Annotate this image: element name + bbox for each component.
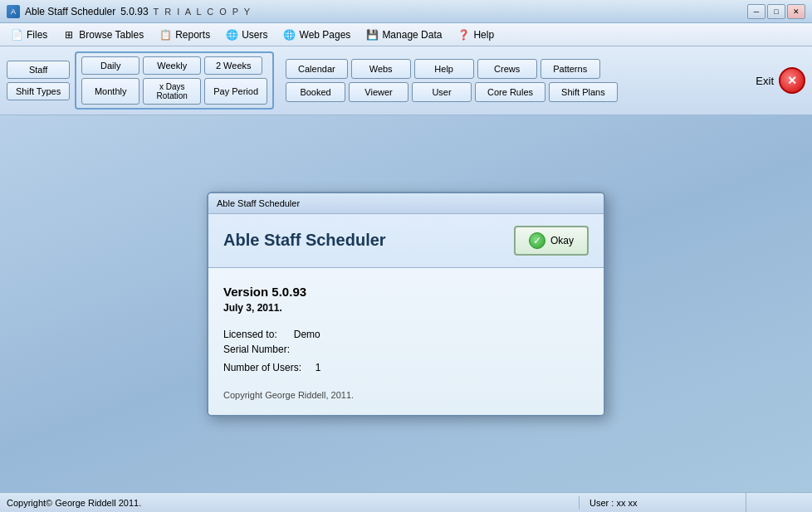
help-button[interactable]: Help — [414, 59, 474, 79]
date-text: July 3, 2011. — [223, 302, 589, 314]
num-users-row: Number of Users: 1 — [223, 362, 589, 373]
browse-tables-icon: ⊞ — [62, 28, 76, 41]
okay-button[interactable]: ✓ Okay — [514, 226, 589, 256]
exit-area: Exit ✕ — [756, 67, 805, 94]
title-bar-app-name: Able Staff Scheduler — [25, 6, 115, 17]
check-icon: ✓ — [529, 232, 545, 249]
schedule-group: Daily Weekly 2 Weeks Monthly x Days Rota… — [75, 51, 274, 110]
menu-web-pages[interactable]: 🌐 Web Pages — [276, 26, 358, 44]
menu-manage-data-label: Manage Data — [382, 29, 442, 41]
minimize-button[interactable]: ─ — [747, 4, 766, 19]
num-users-value: 1 — [316, 362, 321, 373]
menu-browse-tables[interactable]: ⊞ Browse Tables — [56, 26, 150, 44]
help-menu-icon: ❓ — [457, 28, 470, 41]
main-content: Able Staff Scheduler Able Staff Schedule… — [0, 115, 812, 492]
menu-files[interactable]: 📄 Files — [3, 26, 54, 44]
menu-help-label: Help — [473, 29, 494, 41]
exit-button[interactable]: ✕ — [779, 67, 805, 94]
status-end — [746, 493, 812, 512]
okay-label: Okay — [550, 235, 574, 246]
copyright-text: Copyright George Riddell, 2011. — [223, 390, 589, 400]
viewer-button[interactable]: Viewer — [349, 82, 408, 102]
manage-data-icon: 💾 — [365, 28, 379, 41]
shift-plans-button[interactable]: Shift Plans — [549, 82, 618, 102]
restore-button[interactable]: □ — [767, 4, 785, 19]
app-icon: A — [7, 5, 20, 18]
licensed-to-label: Licensed to: — [223, 329, 277, 340]
schedule-row-1: Daily Weekly 2 Weeks — [81, 56, 267, 75]
action-row-1: Calendar Webs Help Crews Patterns — [286, 59, 618, 79]
menu-help[interactable]: ❓ Help — [450, 26, 501, 44]
daily-button[interactable]: Daily — [81, 56, 139, 75]
num-users-label: Number of Users: — [223, 362, 301, 373]
menu-reports-label: Reports — [175, 29, 210, 41]
modal-overlay: Able Staff Scheduler Able Staff Schedule… — [0, 115, 812, 492]
menu-web-pages-label: Web Pages — [300, 29, 351, 41]
reports-icon: 📋 — [159, 28, 172, 41]
toolbar-left: Staff Shift Types — [7, 61, 70, 100]
shift-types-button[interactable]: Shift Types — [7, 82, 70, 100]
toolbar-right: Calendar Webs Help Crews Patterns Booked… — [286, 59, 618, 102]
user-button[interactable]: User — [412, 82, 472, 102]
modal-title-bar: Able Staff Scheduler — [208, 193, 604, 214]
x-days-rotation-button[interactable]: x Days Rotation — [143, 78, 201, 105]
title-bar: A Able Staff Scheduler 5.0.93 T R I A L … — [0, 0, 812, 23]
core-rules-button[interactable]: Core Rules — [475, 82, 545, 102]
status-user: User : xx xx — [580, 498, 746, 508]
modal-title-text: Able Staff Scheduler — [217, 198, 300, 208]
licensed-to-value: Demo — [294, 329, 320, 340]
modal-header-title: Able Staff Scheduler — [223, 231, 386, 250]
serial-number-row: Serial Number: — [223, 344, 589, 355]
version-text: Version 5.0.93 — [223, 285, 589, 299]
menu-manage-data[interactable]: 💾 Manage Data — [359, 26, 448, 44]
title-bar-controls: ─ □ ✕ — [747, 4, 805, 19]
menu-browse-tables-label: Browse Tables — [79, 29, 144, 41]
menu-users-label: Users — [242, 29, 267, 41]
licensed-to-row: Licensed to: Demo — [223, 329, 589, 340]
web-pages-icon: 🌐 — [283, 28, 296, 41]
schedule-row-2: Monthly x Days Rotation Pay Period — [81, 78, 267, 105]
title-bar-version: 5.0.93 — [120, 6, 148, 17]
users-icon: 🌐 — [225, 28, 238, 41]
modal-body: Version 5.0.93 July 3, 2011. Licensed to… — [208, 268, 604, 415]
files-icon: 📄 — [10, 28, 23, 41]
modal-header: Able Staff Scheduler ✓ Okay — [208, 214, 604, 268]
menu-files-label: Files — [27, 29, 47, 41]
weekly-button[interactable]: Weekly — [143, 56, 201, 75]
webs-button[interactable]: Webs — [351, 59, 411, 79]
2-weeks-button[interactable]: 2 Weeks — [204, 56, 262, 75]
exit-label: Exit — [756, 75, 774, 87]
status-bar: Copyright© George Riddell 2011. User : x… — [0, 492, 812, 512]
menu-users[interactable]: 🌐 Users — [218, 26, 274, 44]
status-copyright: Copyright© George Riddell 2011. — [0, 498, 579, 508]
menu-bar: 📄 Files ⊞ Browse Tables 📋 Reports 🌐 User… — [0, 23, 812, 46]
calendar-button[interactable]: Calendar — [286, 59, 348, 79]
toolbar: Staff Shift Types Daily Weekly 2 Weeks M… — [0, 46, 812, 115]
serial-number-label: Serial Number: — [223, 344, 290, 355]
menu-reports[interactable]: 📋 Reports — [152, 26, 217, 44]
patterns-button[interactable]: Patterns — [541, 59, 600, 79]
booked-button[interactable]: Booked — [286, 82, 345, 102]
close-button[interactable]: ✕ — [787, 4, 805, 19]
title-bar-trial: T R I A L C O P Y — [154, 7, 252, 17]
monthly-button[interactable]: Monthly — [81, 78, 139, 105]
staff-button[interactable]: Staff — [7, 61, 70, 79]
title-bar-left: A Able Staff Scheduler 5.0.93 T R I A L … — [7, 5, 252, 18]
crews-button[interactable]: Crews — [477, 59, 537, 79]
action-row-2: Booked Viewer User Core Rules Shift Plan… — [286, 82, 618, 102]
about-dialog: Able Staff Scheduler Able Staff Schedule… — [207, 192, 605, 417]
pay-period-button[interactable]: Pay Period — [204, 78, 267, 105]
